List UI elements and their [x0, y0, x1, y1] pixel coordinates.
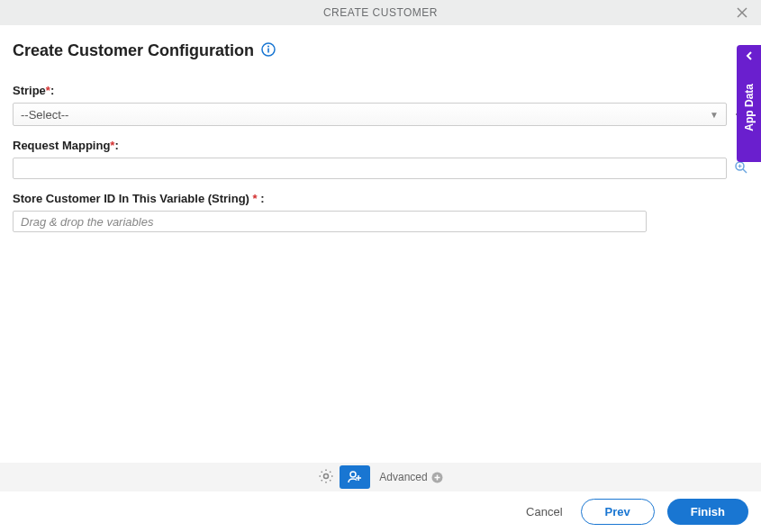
cancel-button[interactable]: Cancel	[521, 505, 567, 518]
required-marker: *	[110, 139, 114, 152]
store-customer-id-input[interactable]	[13, 211, 647, 232]
store-customer-id-field-group: Store Customer ID In This Variable (Stri…	[13, 192, 748, 232]
stripe-input-row: --Select-- ▼	[13, 103, 748, 126]
finish-button[interactable]: Finish	[667, 499, 748, 525]
bottom-toolbar: Advanced	[0, 463, 761, 491]
page-title: Create Customer Configuration	[13, 41, 254, 60]
advanced-toggle[interactable]: Advanced	[379, 471, 442, 483]
required-marker: *	[46, 84, 50, 97]
request-mapping-field-group: Request Mapping*:	[13, 139, 748, 179]
dialog-footer: Cancel Prev Finish	[0, 491, 761, 532]
dialog-header: CREATE CUSTOMER	[0, 0, 761, 25]
svg-rect-4	[267, 49, 269, 53]
request-mapping-label: Request Mapping*:	[13, 139, 748, 152]
svg-line-8	[743, 169, 747, 173]
stripe-select-value: --Select--	[21, 108, 68, 122]
app-data-side-tab[interactable]: App Data	[737, 45, 761, 162]
store-customer-id-label-text: Store Customer ID In This Variable (Stri…	[13, 192, 249, 205]
svg-point-3	[267, 46, 269, 48]
required-marker: *	[253, 192, 258, 205]
dialog-title: CREATE CUSTOMER	[323, 6, 438, 19]
page-title-row: Create Customer Configuration	[13, 41, 748, 60]
stripe-label: Stripe*:	[13, 84, 748, 97]
svg-point-11	[324, 473, 329, 478]
store-customer-id-label: Store Customer ID In This Variable (Stri…	[13, 192, 748, 205]
search-zoom-icon[interactable]	[734, 160, 748, 177]
request-mapping-input-row	[13, 158, 748, 179]
chevron-down-icon: ▼	[710, 110, 719, 120]
chevron-left-icon	[744, 50, 755, 64]
close-icon[interactable]	[736, 6, 748, 22]
user-add-button[interactable]	[340, 465, 370, 489]
info-icon[interactable]	[261, 42, 276, 59]
request-mapping-label-text: Request Mapping	[13, 139, 110, 152]
prev-button[interactable]: Prev	[581, 499, 655, 525]
plus-circle-icon	[431, 472, 443, 483]
request-mapping-input[interactable]	[13, 158, 727, 179]
stripe-field-group: Stripe*: --Select-- ▼	[13, 84, 748, 126]
svg-point-12	[350, 472, 356, 477]
content-area: Create Customer Configuration Stripe*: -…	[0, 25, 761, 232]
advanced-label: Advanced	[379, 471, 427, 483]
stripe-select[interactable]: --Select-- ▼	[13, 103, 727, 126]
stripe-label-text: Stripe	[13, 84, 46, 97]
app-data-label: App Data	[743, 84, 756, 131]
gear-icon[interactable]	[318, 468, 334, 487]
